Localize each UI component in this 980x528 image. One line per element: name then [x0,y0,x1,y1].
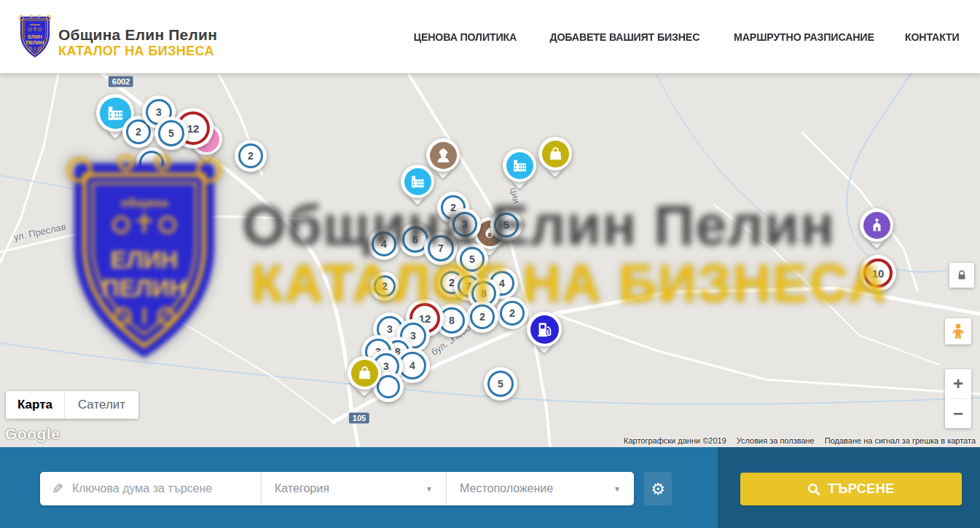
zoom-in-button[interactable]: + [945,369,971,398]
pin-disc [503,149,536,182]
cluster-count: 5 [494,213,519,237]
church-icon [863,212,890,239]
search-icon [807,483,820,496]
fuel-station-marker-pin[interactable] [527,312,562,347]
map-type-control: Карта Сателит [6,391,138,419]
report-map-error-link[interactable]: Подаване на сигнал за грешка в картата [825,436,976,445]
lock-control-button[interactable] [949,263,974,288]
cluster-count: 5 [487,371,514,397]
location-select[interactable]: Местоположение ▼ [446,472,634,505]
cluster-count: 4 [372,232,396,256]
pin-disc [348,356,381,390]
chevron-down-icon: ▼ [426,485,433,493]
location-select-label: Местоположение [460,482,553,495]
zoom-out-button[interactable]: − [945,399,971,428]
cluster-count: 2 [470,304,495,329]
pegman-icon [950,323,966,340]
cluster-count: 5 [158,120,184,146]
category-select-label: Категория [275,482,329,495]
worker-icon [430,142,457,169]
cluster-marker[interactable]: 3 [449,208,481,240]
cluster-count: 2 [238,143,263,168]
keyword-input[interactable] [72,482,261,495]
road-shield-label: 6002 [109,76,133,87]
pencil-icon: ✎ [52,481,63,497]
factory-icon [506,152,533,179]
factory-marker-pin[interactable] [503,149,536,182]
gear-icon: ⚙ [651,480,665,498]
cluster-marker[interactable]: 2 [370,272,399,301]
map-data-copyright: Картографски данни ©2019 [624,436,726,445]
worker-marker-pin[interactable] [426,138,460,172]
keyword-field: ✎ [40,472,261,505]
shopping-bag-marker-pin[interactable] [538,137,572,170]
map-type-satellite-button[interactable]: Сателит [64,391,138,419]
cluster-count: 2 [374,275,396,297]
cluster-marker[interactable] [136,147,168,179]
map-attribution: Картографски данни ©2019Условия за ползв… [624,436,976,445]
pin-disc [860,208,893,242]
cluster-count: 10 [863,259,893,288]
category-select[interactable]: Категория ▼ [261,472,446,505]
bag-icon [351,360,378,387]
cluster-count: 2 [500,301,525,326]
cluster-marker[interactable]: 2 [466,301,498,333]
cluster-count: 7 [428,235,454,261]
fuel-icon [530,315,559,344]
factory-icon [404,168,431,195]
site-title: Община Елин Пелин [58,26,217,43]
cluster-marker[interactable]: 2 [496,297,528,329]
search-button[interactable]: ТЪРСЕНЕ [740,473,962,505]
site-header: Община Елин Пелин КАТАЛОГ НА БИЗНЕСА ЦЕН… [0,0,980,74]
nav-item-contacts[interactable]: КОНТАКТИ [905,31,960,43]
nav-item-add-business[interactable]: ДОБАВЕТЕ ВАШИЯТ БИЗНЕС [549,31,699,43]
page: община ЕЛИН ПЕЛИН [0,0,980,528]
pin-disc [538,137,572,170]
cluster-count: 3 [452,212,477,237]
cluster-marker[interactable]: 2 [235,140,267,172]
chevron-down-icon: ▼ [614,485,621,493]
nav-item-pricing[interactable]: ЦЕНОВА ПОЛИТИКА [414,31,517,43]
cluster-marker[interactable]: 5 [490,209,522,241]
cluster-marker[interactable]: 5 [484,367,517,401]
zoom-control: + − [945,369,971,428]
search-button-label: ТЪРСЕНЕ [828,481,895,497]
cluster-marker[interactable]: 10 [860,255,896,291]
pin-disc [426,138,460,172]
nav-item-route-schedule[interactable]: МАРШРУТНО РАЗПИСАНИЕ [734,31,874,43]
search-fields-group: ✎ Категория ▼ Местоположение ▼ [40,472,634,505]
road-shield-label: 105 [349,413,369,424]
main-navigation: ЦЕНОВА ПОЛИТИКАДОБАВЕТЕ ВАШИЯТ БИЗНЕСМАР… [411,0,961,74]
street-view-pegman-button[interactable] [945,318,971,344]
terms-of-use-link[interactable]: Условия за ползване [737,436,815,445]
cluster-count: 5 [460,247,485,272]
search-bar: ✎ Категория ▼ Местоположение ▼ ⚙ ТЪРСЕНЕ [0,447,980,528]
shopping-bag-marker-pin[interactable] [348,356,381,390]
map-canvas[interactable]: 23125223546752274822812338343510 Община … [0,74,980,447]
lock-icon [956,269,968,281]
cluster-marker[interactable]: 7 [424,232,458,265]
municipality-crest-logo [17,15,52,59]
site-subtitle: КАТАЛОГ НА БИЗНЕСА [58,44,217,59]
bag-icon [542,141,569,168]
site-logo-text[interactable]: Община Елин Пелин КАТАЛОГ НА БИЗНЕСА [58,26,217,59]
advanced-search-button[interactable]: ⚙ [644,472,672,505]
cluster-marker[interactable]: 5 [154,117,188,150]
google-logo[interactable]: Google [5,425,60,443]
map-type-map-button[interactable]: Карта [6,391,64,419]
cluster-count [139,151,164,176]
cluster-marker[interactable]: 4 [368,228,400,260]
pin-disc [527,312,562,347]
church-marker-pin[interactable] [860,208,893,242]
